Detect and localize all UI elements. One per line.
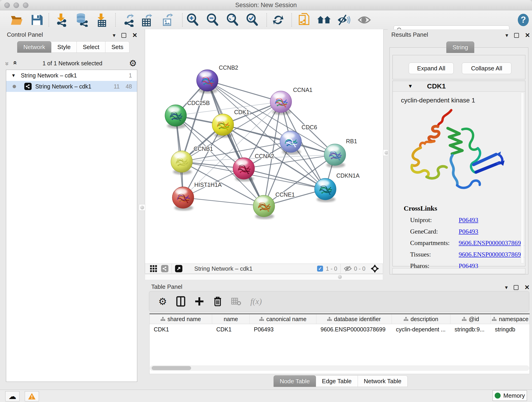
- home-neighbors-icon[interactable]: [317, 14, 331, 26]
- table-cell[interactable]: cyclin-dependent ...: [392, 324, 450, 335]
- memory-button[interactable]: Memory: [493, 390, 527, 401]
- crosslink-value[interactable]: P06493: [459, 228, 478, 235]
- network-canvas[interactable]: CCNB2CCNA1CDC25BCDK1CDC6RB1CCNB1CCNA2CDK…: [145, 29, 384, 264]
- clone-network-icon[interactable]: [298, 13, 310, 27]
- show-columns-icon[interactable]: [176, 296, 185, 307]
- tab-node-table[interactable]: Node Table: [273, 375, 316, 387]
- table-settings-icon[interactable]: ⚙: [158, 296, 167, 307]
- zoom-selected-icon[interactable]: [246, 13, 259, 27]
- table-cell[interactable]: stringdb: [491, 324, 530, 335]
- gear-icon[interactable]: ⚙: [129, 58, 137, 68]
- collapse-caret-icon[interactable]: ▼: [408, 83, 413, 89]
- network-collection-row[interactable]: ▼ String Network – cdk1 1: [6, 70, 137, 81]
- network-node-HIST1H1A[interactable]: [172, 187, 194, 211]
- float-panel-icon[interactable]: [121, 33, 126, 38]
- scrollbar-thumb[interactable]: [152, 366, 191, 370]
- delete-column-icon[interactable]: [213, 296, 222, 307]
- network-edge-CDK1-RB1[interactable]: [223, 125, 335, 155]
- tree-expand-icon[interactable]: ▼: [11, 73, 16, 78]
- table-cell[interactable]: P06493: [250, 324, 317, 335]
- selected-checkbox-icon[interactable]: ✓: [317, 266, 323, 272]
- network-node-CCNB2[interactable]: [196, 70, 218, 94]
- network-node-CDC25B[interactable]: [165, 105, 186, 128]
- column-header-canonical-name[interactable]: canonical name: [250, 314, 317, 324]
- fit-content-icon[interactable]: [370, 264, 379, 273]
- horizontal-splitter[interactable]: [145, 274, 383, 280]
- column-header-database-identifier[interactable]: database identifier: [317, 314, 392, 324]
- export-image-icon[interactable]: [161, 13, 173, 27]
- network-node-CDKN1A[interactable]: [315, 178, 336, 202]
- zoom-in-icon[interactable]: [186, 13, 199, 27]
- zoom-out-icon[interactable]: [206, 13, 219, 27]
- warnings-button[interactable]: [25, 391, 39, 401]
- crosslink-label: Tissues:: [410, 251, 459, 258]
- left-splitter-handle[interactable]: [139, 204, 145, 211]
- cloud-button[interactable]: ☁: [5, 391, 19, 401]
- tab-network-table[interactable]: Network Table: [358, 375, 408, 387]
- import-network-icon[interactable]: [55, 13, 67, 27]
- network-node-RB1[interactable]: [324, 144, 346, 168]
- network-edge-CCNB2-CCNA1[interactable]: [207, 80, 281, 102]
- tab-select[interactable]: Select: [77, 41, 105, 53]
- add-column-icon[interactable]: [195, 297, 204, 306]
- import-database-icon[interactable]: [75, 13, 88, 27]
- column-header-shared-name[interactable]: shared name: [150, 314, 212, 324]
- export-table-icon[interactable]: [141, 13, 153, 27]
- show-all-icon[interactable]: [358, 15, 371, 25]
- network-node-CDK1[interactable]: [212, 114, 234, 138]
- table-row[interactable]: CDK1CDK1P064939606.ENSP00000378699cyclin…: [150, 324, 530, 335]
- tab-style[interactable]: Style: [51, 41, 77, 53]
- tab-sets[interactable]: Sets: [105, 41, 129, 53]
- network-node-CCNB1[interactable]: [171, 151, 192, 175]
- hide-selected-icon[interactable]: [337, 14, 351, 26]
- float-panel-icon[interactable]: [514, 285, 519, 290]
- delete-table-icon[interactable]: [231, 297, 241, 306]
- network-node-CCNA2[interactable]: [233, 158, 254, 182]
- network-row[interactable]: String Network – cdk1 11 48: [6, 81, 137, 92]
- save-session-icon[interactable]: [31, 14, 43, 26]
- table-cell[interactable]: CDK1: [212, 324, 250, 335]
- column-header--id[interactable]: @id: [450, 314, 491, 324]
- panel-menu-icon[interactable]: ▾: [113, 32, 115, 38]
- tab-edge-table[interactable]: Edge Table: [316, 375, 358, 387]
- hidden-eye-icon[interactable]: [344, 266, 352, 272]
- help-icon[interactable]: ?: [517, 13, 529, 26]
- panel-menu-icon[interactable]: ▾: [505, 284, 508, 291]
- refresh-icon[interactable]: [272, 14, 284, 26]
- zoom-fit-icon[interactable]: [226, 13, 239, 27]
- network-edge-HIST1H1A-CCNE1[interactable]: [183, 198, 264, 206]
- close-panel-icon[interactable]: ✕: [525, 32, 530, 39]
- network-badge-icon[interactable]: [161, 265, 168, 272]
- column-header-name[interactable]: name: [212, 314, 250, 324]
- table-cell[interactable]: CDK1: [150, 324, 212, 335]
- close-panel-icon[interactable]: ✕: [525, 284, 530, 291]
- column-header-description[interactable]: description: [392, 314, 450, 324]
- function-builder-icon[interactable]: f(x): [250, 297, 262, 306]
- float-panel-icon[interactable]: [514, 33, 519, 38]
- table-cell[interactable]: 9606.ENSP00000378699: [317, 324, 392, 335]
- export-network-icon[interactable]: [122, 13, 135, 27]
- network-node-CDC6[interactable]: [280, 131, 302, 155]
- column-header-namespace[interactable]: namespace: [491, 314, 530, 324]
- open-in-browser-icon[interactable]: [175, 265, 182, 272]
- import-table-icon[interactable]: [95, 13, 108, 27]
- birds-eye-view-icon[interactable]: [150, 265, 157, 272]
- open-session-icon[interactable]: [10, 14, 23, 26]
- table-cell[interactable]: stringdb:9...: [450, 324, 491, 335]
- results-scrollbar[interactable]: [521, 92, 524, 263]
- protein-card-header[interactable]: ▼ CDK1: [393, 81, 525, 92]
- tab-string[interactable]: String: [446, 41, 474, 53]
- protein-card: ▼ CDK1 cyclin-dependent kinase 1: [393, 81, 525, 266]
- panel-menu-icon[interactable]: ▾: [505, 32, 508, 38]
- crosslink-value[interactable]: P06493: [459, 216, 478, 224]
- tab-network[interactable]: Network: [17, 41, 51, 53]
- collapse-all-button[interactable]: Collapse All: [462, 63, 511, 74]
- expand-all-button[interactable]: Expand All: [409, 63, 454, 74]
- close-panel-icon[interactable]: ✕: [132, 32, 138, 39]
- node-count: 11: [114, 83, 120, 90]
- crosslink-value[interactable]: 9606.ENSP00000378699: [459, 239, 524, 247]
- table-hscrollbar[interactable]: [150, 365, 529, 371]
- crosslink-value[interactable]: 9606.ENSP00000378699: [459, 251, 524, 258]
- network-node-CCNE1[interactable]: [253, 195, 275, 219]
- network-node-CCNA1[interactable]: [270, 91, 292, 115]
